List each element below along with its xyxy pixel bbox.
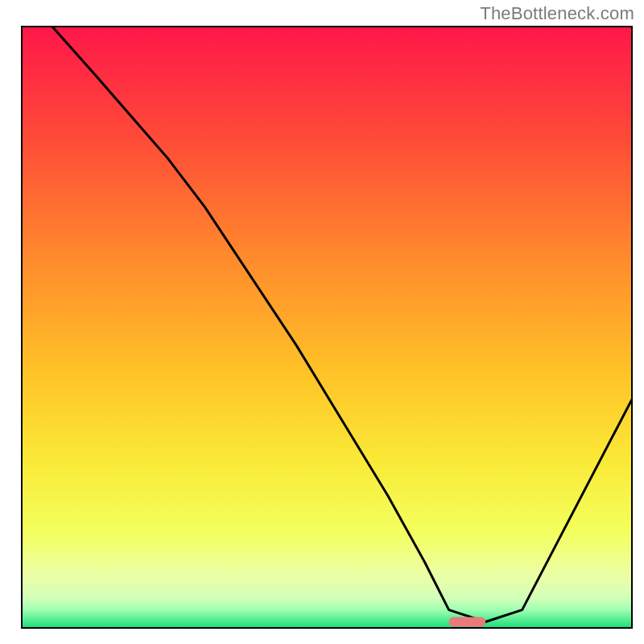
plot-svg [0, 0, 644, 644]
attribution-label: TheBottleneck.com [480, 3, 634, 24]
optimal-range-marker [449, 617, 485, 627]
gradient-background [22, 27, 632, 628]
bottleneck-chart: TheBottleneck.com [0, 0, 644, 644]
